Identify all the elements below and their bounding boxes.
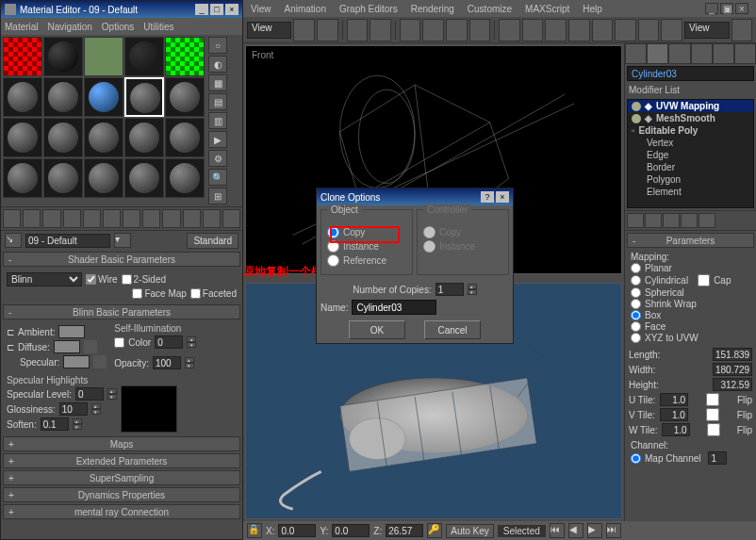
make-unique-icon[interactable] bbox=[663, 213, 680, 228]
material-type-button[interactable]: Standard bbox=[187, 233, 238, 249]
toolbar-icon[interactable] bbox=[661, 19, 682, 41]
mapping-planar-radio[interactable] bbox=[631, 263, 641, 273]
bulb-icon[interactable] bbox=[632, 114, 641, 123]
spinner-down-icon[interactable]: ▾ bbox=[107, 394, 117, 400]
toolbar-icon[interactable] bbox=[446, 19, 468, 41]
remove-modifier-icon[interactable] bbox=[681, 213, 698, 228]
specular-map-button[interactable] bbox=[93, 355, 107, 368]
faceted-checkbox[interactable] bbox=[190, 288, 201, 299]
make-unique-icon[interactable] bbox=[103, 209, 121, 228]
toolbar-icon[interactable] bbox=[422, 19, 444, 41]
menu-customize[interactable]: Customize bbox=[468, 4, 512, 14]
toolbar-icon[interactable] bbox=[499, 19, 520, 41]
spinner-down-icon[interactable]: ▾ bbox=[73, 424, 82, 430]
utile-spinner[interactable] bbox=[660, 393, 688, 406]
opacity-spinner[interactable] bbox=[153, 356, 181, 369]
material-slot[interactable] bbox=[165, 37, 205, 76]
material-slot[interactable] bbox=[84, 37, 123, 76]
show-end-result-icon[interactable] bbox=[645, 213, 662, 228]
go-parent-icon[interactable] bbox=[203, 209, 221, 228]
put-library-icon[interactable] bbox=[123, 209, 140, 228]
rollout-parameters[interactable]: -Parameters bbox=[627, 233, 754, 248]
subobject-polygon[interactable]: Polygon bbox=[628, 173, 753, 186]
sample-type-icon[interactable]: ○ bbox=[208, 37, 227, 54]
diffuse-map-button[interactable] bbox=[84, 340, 97, 353]
material-slot[interactable] bbox=[43, 37, 83, 76]
material-slot[interactable] bbox=[165, 77, 205, 117]
modifier-editable-poly[interactable]: ▫Editable Poly bbox=[628, 124, 753, 137]
close-button[interactable]: × bbox=[735, 3, 748, 14]
configure-sets-icon[interactable] bbox=[698, 213, 715, 228]
material-name-input[interactable] bbox=[25, 234, 110, 248]
cap-checkbox[interactable] bbox=[698, 274, 710, 286]
modifier-meshsmooth[interactable]: ◈MeshSmooth bbox=[628, 112, 753, 124]
sample-uv-icon[interactable]: ▤ bbox=[208, 93, 227, 110]
z-coord-input[interactable] bbox=[386, 524, 423, 537]
subobject-element[interactable]: Element bbox=[628, 186, 753, 198]
minimize-button[interactable]: _ bbox=[195, 4, 208, 15]
play-icon[interactable]: ⏭ bbox=[606, 523, 621, 538]
num-copies-spinner[interactable] bbox=[436, 283, 464, 296]
create-tab[interactable] bbox=[625, 43, 647, 64]
wire-checkbox[interactable] bbox=[86, 274, 96, 285]
diffuse-swatch[interactable] bbox=[54, 340, 80, 353]
material-slot[interactable] bbox=[124, 118, 164, 157]
material-slot[interactable] bbox=[165, 118, 205, 157]
mapping-spherical-radio[interactable] bbox=[631, 287, 641, 298]
vtile-spinner[interactable] bbox=[660, 408, 688, 421]
rollout-blinn-basic[interactable]: -Blinn Basic Parameters bbox=[3, 304, 240, 319]
minimize-button[interactable]: _ bbox=[705, 3, 718, 14]
material-slot[interactable] bbox=[43, 158, 83, 198]
subobject-edge[interactable]: Edge bbox=[628, 149, 753, 161]
self-illum-spinner[interactable] bbox=[155, 335, 183, 349]
spinner-down-icon[interactable]: ▾ bbox=[468, 289, 477, 295]
ref-coord-combo-2[interactable]: View bbox=[684, 22, 729, 39]
hierarchy-tab[interactable] bbox=[668, 43, 690, 64]
rollout-maps[interactable]: +Maps bbox=[3, 436, 240, 451]
wtile-spinner[interactable] bbox=[662, 423, 690, 436]
menu-material[interactable]: Material bbox=[5, 22, 39, 32]
backlight-icon[interactable]: ◐ bbox=[208, 56, 227, 73]
select-by-material-icon[interactable]: 🔍 bbox=[208, 169, 227, 186]
toolbar-icon[interactable] bbox=[638, 19, 660, 41]
lock-icon[interactable]: ⊏ bbox=[7, 327, 14, 337]
background-icon[interactable]: ▦ bbox=[208, 74, 227, 91]
rollout-extended-params[interactable]: +Extended Parameters bbox=[3, 453, 240, 468]
go-forward-icon[interactable] bbox=[222, 209, 240, 228]
show-end-result-icon[interactable] bbox=[183, 209, 201, 228]
ref-coord-combo[interactable]: View bbox=[247, 22, 291, 39]
mapping-shrinkwrap-radio[interactable] bbox=[631, 299, 641, 309]
menu-view[interactable]: View bbox=[251, 4, 271, 14]
ambient-swatch[interactable] bbox=[58, 325, 85, 338]
make-preview-icon[interactable]: ▶ bbox=[208, 131, 227, 148]
subobject-border[interactable]: Border bbox=[628, 161, 753, 173]
rollout-dynamics[interactable]: +Dynamics Properties bbox=[3, 487, 240, 502]
lock-selection-icon[interactable]: 🔒 bbox=[247, 523, 262, 538]
assign-material-icon[interactable] bbox=[42, 209, 60, 228]
y-coord-input[interactable] bbox=[332, 524, 370, 537]
material-slot[interactable] bbox=[165, 158, 205, 198]
two-sided-checkbox[interactable] bbox=[122, 274, 132, 285]
material-slot[interactable] bbox=[84, 118, 123, 157]
spinner-down-icon[interactable]: ▾ bbox=[187, 342, 196, 348]
toolbar-icon[interactable] bbox=[347, 19, 369, 41]
height-spinner[interactable] bbox=[713, 378, 752, 391]
modifier-list-label[interactable]: Modifier List bbox=[625, 83, 756, 97]
toolbar-icon[interactable] bbox=[522, 19, 544, 41]
material-editor-titlebar[interactable]: Material Editor - 09 - Default _ □ × bbox=[1, 1, 242, 18]
map-channel-radio[interactable] bbox=[631, 453, 641, 464]
toolbar-icon[interactable] bbox=[317, 19, 338, 41]
modifier-uvw-mapping[interactable]: ◈UVW Mapping bbox=[628, 100, 753, 112]
menu-utilities[interactable]: Utilities bbox=[143, 22, 173, 32]
material-id-icon[interactable] bbox=[142, 209, 160, 228]
play-icon[interactable]: ▶ bbox=[587, 523, 602, 538]
length-spinner[interactable] bbox=[713, 348, 752, 361]
close-button[interactable]: × bbox=[496, 191, 509, 203]
material-slot[interactable] bbox=[124, 158, 164, 198]
reset-map-icon[interactable] bbox=[63, 209, 81, 228]
reference-radio[interactable] bbox=[327, 254, 339, 267]
menu-animation[interactable]: Animation bbox=[285, 4, 326, 14]
key-icon[interactable]: 🔑 bbox=[427, 523, 442, 538]
menu-graph-editors[interactable]: Graph Editors bbox=[339, 4, 398, 14]
selected-combo[interactable]: Selected bbox=[498, 525, 546, 537]
